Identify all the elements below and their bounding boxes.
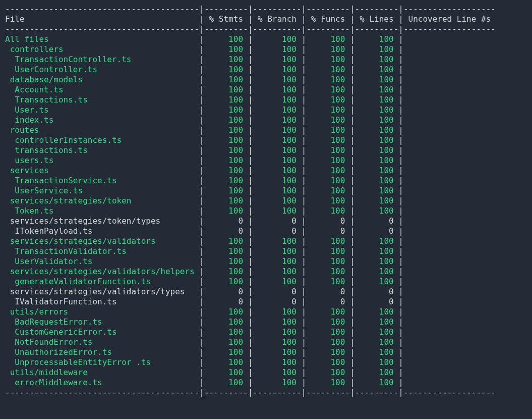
coverage-cell: 100	[306, 327, 350, 337]
coverage-cell: 100	[355, 34, 399, 44]
coverage-cell: 100	[355, 236, 399, 246]
coverage-cell: 100	[204, 105, 248, 115]
coverage-cell: 100	[253, 65, 301, 74]
coverage-cell: 100	[306, 277, 350, 286]
coverage-cell: 100	[306, 115, 350, 125]
coverage-cell: 100	[306, 135, 350, 145]
coverage-cell: 100	[355, 105, 399, 115]
coverage-cell: 100	[204, 95, 248, 104]
coverage-cell: 100	[355, 206, 399, 216]
coverage-cell: 100	[355, 95, 399, 104]
coverage-cell: 100	[355, 176, 399, 185]
coverage-cell: 100	[306, 256, 350, 266]
coverage-cell: 100	[306, 166, 350, 175]
coverage-cell: 100	[306, 347, 350, 357]
coverage-cell: 100	[306, 337, 350, 347]
coverage-cell: services/strategies/validators/helpers	[5, 267, 199, 276]
coverage-cell: 100	[355, 337, 399, 347]
coverage-cell: generateValidatorFunction.ts	[5, 277, 199, 286]
coverage-cell: 100	[306, 307, 350, 317]
coverage-cell: UserService.ts	[5, 186, 199, 195]
coverage-cell: 100	[204, 145, 248, 155]
coverage-cell: 100	[306, 317, 350, 327]
coverage-cell: 100	[204, 378, 248, 387]
coverage-cell: 100	[253, 155, 301, 165]
coverage-cell: 100	[204, 85, 248, 94]
coverage-cell: 100	[355, 256, 399, 266]
coverage-cell: 100	[355, 55, 399, 64]
coverage-cell: 100	[355, 85, 399, 94]
coverage-cell: Token.ts	[5, 206, 199, 216]
coverage-cell: services/strategies/token	[5, 196, 199, 205]
coverage-cell: 100	[204, 115, 248, 125]
coverage-cell: 100	[204, 75, 248, 84]
coverage-cell: 100	[253, 145, 301, 155]
coverage-cell: 100	[306, 196, 350, 205]
coverage-cell: 100	[253, 75, 301, 84]
coverage-cell: services/strategies/validators	[5, 236, 199, 246]
coverage-cell: 100	[204, 337, 248, 347]
coverage-cell: 100	[355, 155, 399, 165]
coverage-cell: 100	[355, 246, 399, 256]
coverage-cell: 100	[306, 176, 350, 185]
coverage-cell: 100	[253, 105, 301, 115]
coverage-cell: 100	[306, 267, 350, 276]
coverage-cell: 100	[306, 75, 350, 84]
coverage-cell: controllers	[5, 44, 199, 54]
coverage-cell: routes	[5, 125, 199, 135]
coverage-cell: 100	[355, 196, 399, 205]
coverage-cell: 100	[306, 44, 350, 54]
coverage-cell: 100	[204, 347, 248, 357]
coverage-cell: 100	[253, 34, 301, 44]
coverage-cell: 100	[306, 34, 350, 44]
coverage-cell: 100	[204, 277, 248, 286]
coverage-cell: 100	[204, 65, 248, 74]
coverage-cell: 100	[253, 277, 301, 286]
coverage-cell: 100	[253, 206, 301, 216]
coverage-cell: 100	[355, 277, 399, 286]
coverage-cell: controllerInstances.ts	[5, 135, 199, 145]
coverage-cell: 100	[253, 95, 301, 104]
coverage-cell: errorMiddleware.ts	[5, 378, 199, 387]
coverage-cell: User.ts	[5, 105, 199, 115]
coverage-cell: 100	[355, 307, 399, 317]
coverage-cell: 100	[204, 55, 248, 64]
coverage-cell: UserValidator.ts	[5, 256, 199, 266]
coverage-cell: UnprocessableEntityError .ts	[5, 357, 199, 367]
coverage-cell: CustomGenericError.ts	[5, 327, 199, 337]
coverage-cell: 100	[204, 256, 248, 266]
coverage-cell: 100	[253, 307, 301, 317]
coverage-cell: NotFoundError.ts	[5, 337, 199, 347]
coverage-cell: users.ts	[5, 155, 199, 165]
coverage-cell: utils/errors	[5, 307, 199, 317]
coverage-cell: 100	[355, 347, 399, 357]
coverage-cell: TransactionService.ts	[5, 176, 199, 185]
coverage-report: ----------------------------------------…	[0, 0, 532, 402]
coverage-cell: 100	[306, 55, 350, 64]
coverage-cell: index.ts	[5, 115, 199, 125]
coverage-cell: 100	[306, 65, 350, 74]
coverage-cell: services	[5, 166, 199, 175]
coverage-cell: 100	[355, 186, 399, 195]
coverage-cell: Account.ts	[5, 85, 199, 94]
coverage-cell: 100	[253, 186, 301, 195]
coverage-cell: 100	[306, 95, 350, 104]
coverage-cell: transactions.ts	[5, 145, 199, 155]
coverage-cell: 100	[204, 327, 248, 337]
coverage-cell: 100	[253, 85, 301, 94]
coverage-cell: 100	[355, 145, 399, 155]
coverage-cell: 100	[355, 317, 399, 327]
coverage-cell: Transactions.ts	[5, 95, 199, 104]
coverage-cell: 100	[355, 75, 399, 84]
coverage-cell: 100	[204, 176, 248, 185]
coverage-cell: 100	[306, 145, 350, 155]
coverage-cell: 100	[253, 368, 301, 377]
coverage-cell: 100	[306, 246, 350, 256]
coverage-cell: 100	[355, 135, 399, 145]
coverage-cell: 100	[204, 34, 248, 44]
coverage-cell: 100	[204, 196, 248, 205]
coverage-cell: 100	[204, 206, 248, 216]
coverage-cell: 100	[253, 347, 301, 357]
coverage-cell: 100	[306, 378, 350, 387]
coverage-cell: 100	[253, 135, 301, 145]
